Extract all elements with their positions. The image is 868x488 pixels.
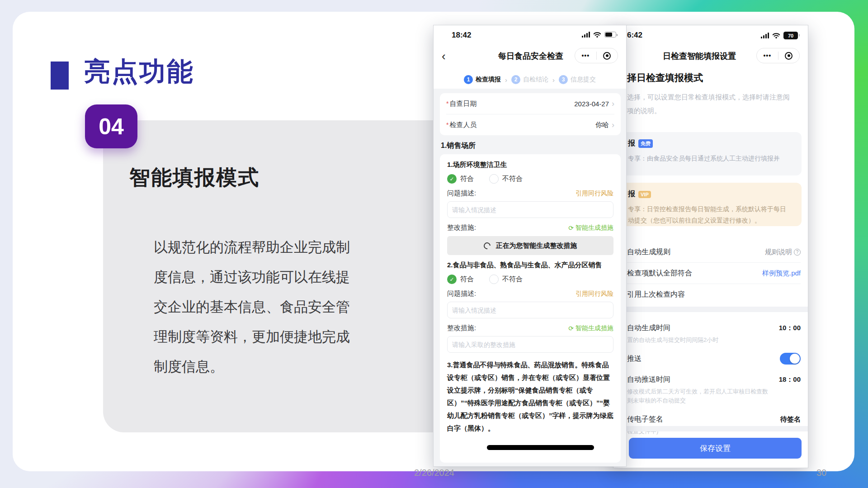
feature-number-badge: 04 bbox=[85, 104, 137, 148]
rule-help-text: 规则说明 bbox=[765, 248, 792, 256]
measure-label-row: 整改措施: ⟳智能生成措施 bbox=[447, 223, 613, 232]
quote-risk-link[interactable]: 引用同行风险 bbox=[576, 190, 613, 198]
radio-fail-label: 不符合 bbox=[502, 175, 523, 183]
date-label: *自查日期 bbox=[446, 99, 476, 108]
ai-generating-text: 正在为您智能生成整改措施 bbox=[496, 242, 577, 250]
miniprogram-capsule[interactable]: ••• bbox=[756, 48, 800, 63]
problem-input[interactable] bbox=[447, 302, 613, 318]
more-menu-icon[interactable]: ••• bbox=[757, 52, 778, 59]
mode-option-free[interactable]: 报 免费 专享：由食品安全员每日通过系统人工主动进行填报并 bbox=[621, 132, 802, 175]
radio-unchecked-icon bbox=[489, 174, 499, 184]
radio-fail-label: 不符合 bbox=[502, 275, 523, 284]
close-target-icon[interactable] bbox=[778, 52, 800, 60]
step-1[interactable]: 1 检查填报 bbox=[464, 75, 501, 84]
mode-option-vip[interactable]: 报 VIP 专享：日管控检查报告每日智能生成，系统默认将于每日 动提交（您也可以… bbox=[621, 183, 802, 226]
more-menu-icon[interactable]: ••• bbox=[575, 52, 596, 59]
step-arrow-icon: › bbox=[552, 76, 555, 84]
phone-screenshot-settings: 6:42 70 日检查智能填报设置 ••• 择日检查填报模式 选择，可以设置您日… bbox=[613, 25, 808, 468]
step-3[interactable]: 3 信息提交 bbox=[559, 75, 596, 84]
step-2-label: 自检结论 bbox=[523, 76, 548, 84]
rule-help-link[interactable]: 规则说明 ? bbox=[765, 248, 801, 256]
close-target-icon[interactable] bbox=[597, 52, 618, 60]
status-icons bbox=[582, 32, 616, 38]
vip-badge: VIP bbox=[638, 191, 651, 198]
radio-unchecked-icon bbox=[489, 275, 499, 284]
miniprogram-capsule[interactable]: ••• bbox=[575, 48, 618, 63]
push-toggle[interactable] bbox=[780, 353, 801, 365]
feature-description: 以规范化的流程帮助企业完成制 度信息，通过该功能可以在线提 交企业的基本信息、食… bbox=[154, 232, 425, 382]
ai-generate-text: 智能生成措施 bbox=[576, 224, 613, 232]
settings-heading: 择日检查填报模式 bbox=[627, 71, 703, 84]
quote-risk-link[interactable]: 引用同行风险 bbox=[576, 290, 613, 298]
ai-generate-link[interactable]: ⟳智能生成措施 bbox=[568, 224, 613, 232]
refresh-icon: ⟳ bbox=[568, 325, 574, 332]
status-bar: 18:42 bbox=[434, 29, 626, 43]
slide-title: 亮点功能 bbox=[84, 54, 194, 90]
measure-input[interactable] bbox=[447, 336, 613, 353]
spinner-icon bbox=[482, 241, 491, 250]
setting-row-push[interactable]: 推送 bbox=[627, 348, 801, 369]
signal-icon bbox=[761, 33, 769, 38]
date-value: 2023-04-27› bbox=[574, 100, 614, 108]
radio-pass-label: 符合 bbox=[460, 175, 474, 183]
wifi-icon bbox=[593, 32, 601, 38]
step-2-number: 2 bbox=[511, 75, 520, 84]
title-bullet-square bbox=[51, 62, 69, 90]
required-mark: * bbox=[446, 121, 448, 128]
form-row-inspector[interactable]: *检查人员 你哈› bbox=[446, 114, 614, 135]
radio-pass-label: 符合 bbox=[460, 275, 474, 284]
question-2-radios: ✓符合 不符合 bbox=[447, 275, 613, 284]
radio-pass[interactable]: ✓符合 bbox=[447, 275, 474, 284]
problem-input[interactable] bbox=[447, 201, 613, 218]
ai-generate-text: 智能生成措施 bbox=[576, 324, 613, 332]
step-1-number: 1 bbox=[464, 75, 473, 84]
setting-row-default-pass[interactable]: 检查项默认全部符合 样例预览.pdf bbox=[627, 263, 801, 284]
section-gap bbox=[613, 426, 808, 431]
page-title: 日检查智能填报设置 bbox=[627, 51, 772, 62]
save-settings-button[interactable]: 保存设置 bbox=[629, 438, 802, 459]
feature-heading: 智能填报模式 bbox=[129, 164, 259, 192]
quote-last-label: 引用上次检查内容 bbox=[627, 290, 685, 299]
wifi-icon bbox=[772, 33, 780, 38]
ai-generating-box: 正在为您智能生成整改措施 bbox=[447, 236, 613, 255]
back-icon[interactable]: ‹ bbox=[442, 49, 446, 63]
radio-pass[interactable]: ✓符合 bbox=[447, 174, 474, 184]
status-bar: 6:42 70 bbox=[613, 29, 808, 43]
mode-free-name: 报 bbox=[628, 139, 635, 148]
settings-description: 选择，可以设置您日常检查填报模式，选择时请注意阅 项的说明。 bbox=[627, 90, 803, 118]
status-time: 6:42 bbox=[627, 31, 642, 40]
chevron-right-icon: › bbox=[612, 122, 614, 128]
question-3-text: 3.普通食品不得与特殊食品、药品混放销售。特殊食品设专柜（或专区）销售，并在专柜… bbox=[447, 359, 613, 435]
mode-free-title: 报 免费 bbox=[628, 139, 794, 148]
step-2[interactable]: 2 自检结论 bbox=[511, 75, 548, 84]
signature-status: 待签名 bbox=[780, 415, 801, 424]
settings-group-rules: 自动生成规则 规则说明 ? 检查项默认全部符合 样例预览.pdf 引用上次检查内… bbox=[613, 242, 808, 305]
setting-row-rule[interactable]: 自动生成规则 规则说明 ? bbox=[627, 242, 801, 262]
radio-fail[interactable]: 不符合 bbox=[489, 275, 523, 284]
question-1-title: 1.场所环境整洁卫生 bbox=[447, 161, 613, 169]
step-indicator: 1 检查填报 › 2 自检结论 › 3 信息提交 bbox=[434, 71, 626, 89]
radio-fail[interactable]: 不符合 bbox=[489, 174, 523, 184]
form-meta-card: *自查日期 2023-04-27› *检查人员 你哈› bbox=[440, 93, 621, 135]
sample-pdf-link[interactable]: 样例预览.pdf bbox=[762, 269, 801, 278]
push-time-note: 修改模式后第二天方可生效，若开启人工审核日检查数 则未审核的不自动提交 bbox=[627, 387, 801, 409]
help-icon: ? bbox=[794, 249, 801, 256]
mode-vip-name: 报 bbox=[628, 190, 635, 199]
push-time-label: 自动推送时间 bbox=[627, 375, 670, 384]
signal-icon bbox=[582, 32, 590, 38]
battery-icon bbox=[604, 32, 616, 38]
step-3-number: 3 bbox=[559, 75, 568, 84]
form-row-date[interactable]: *自查日期 2023-04-27› bbox=[446, 93, 614, 114]
generate-time-note: 置的自动生成与提交时间间隔2小时 bbox=[627, 336, 801, 348]
default-pass-label: 检查项默认全部符合 bbox=[627, 269, 692, 278]
home-indicator-bar bbox=[487, 445, 594, 450]
mode-vip-description: 专享：日管控检查报告每日智能生成，系统默认将于每日 动提交（您也可以前往自定义设… bbox=[628, 204, 794, 226]
problem-label: 问题描述: bbox=[447, 289, 476, 298]
inspector-value: 你哈› bbox=[595, 121, 614, 129]
refresh-icon: ⟳ bbox=[568, 224, 574, 232]
ai-generate-link[interactable]: ⟳智能生成措施 bbox=[568, 324, 613, 332]
page-number: 30 bbox=[816, 468, 826, 478]
settings-group-times: 自动生成时间 10：00 置的自动生成与提交时间间隔2小时 推送 自动推送时间 … bbox=[613, 317, 808, 440]
push-label: 推送 bbox=[627, 354, 642, 364]
setting-row-quote-last[interactable]: 引用上次检查内容 bbox=[627, 284, 801, 305]
